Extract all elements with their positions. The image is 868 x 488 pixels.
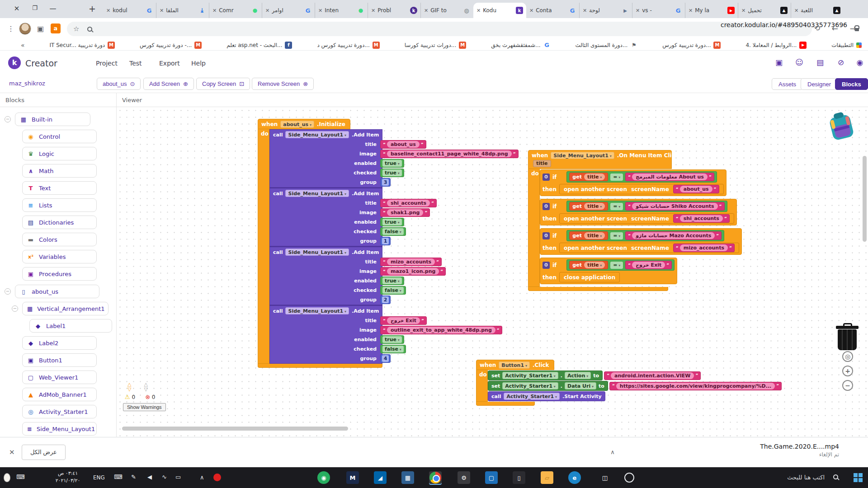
component-dropdown[interactable]: Side_Menu_Layout1 bbox=[285, 307, 349, 314]
tab-close-icon[interactable]: ✕ bbox=[265, 8, 269, 14]
bookmark-item[interactable]: 4. الروابط / المعاملا...▶ bbox=[745, 42, 807, 49]
edge-icon[interactable]: e bbox=[568, 471, 581, 484]
palette-item-control[interactable]: ◉Control bbox=[22, 130, 97, 143]
collapse-icon[interactable]: − bbox=[5, 288, 11, 295]
palette-item-math[interactable]: ∧Math bbox=[22, 164, 97, 178]
media-library-icon[interactable]: ▣ bbox=[774, 58, 784, 68]
window-restore-icon[interactable]: ❐ bbox=[30, 5, 40, 11]
bookmark-item[interactable]: دورة تدريبية كورس -...M bbox=[140, 42, 202, 49]
tab-close-icon[interactable]: ✕ bbox=[424, 8, 428, 14]
property-dropdown[interactable]: Data Uri bbox=[565, 382, 596, 389]
text-block[interactable]: “shi_accounts” bbox=[673, 214, 730, 223]
palette-item-lists[interactable]: ≡Lists bbox=[22, 198, 97, 212]
property-dropdown[interactable]: Action bbox=[565, 372, 591, 379]
tab[interactable]: ✕لوحة▶ bbox=[579, 3, 632, 18]
component-dropdown[interactable]: Side_Menu_Layout1 bbox=[285, 190, 349, 197]
tray-expand-chevron-icon[interactable]: ∧ bbox=[200, 474, 204, 481]
file-explorer-icon[interactable]: ▱ bbox=[541, 471, 553, 484]
tray-keyboard-icon[interactable]: ⌨ bbox=[16, 474, 25, 480]
show-warnings-button[interactable]: Show Warnings bbox=[123, 403, 166, 411]
volume-icon[interactable]: ◀ bbox=[147, 474, 152, 480]
taskbar-clock[interactable]: ٠٣:٤١ ص ٢٠٢١/٠٣/٢٠ bbox=[47, 470, 89, 484]
designer-button[interactable]: Designer bbox=[801, 78, 838, 90]
center-blocks-button[interactable]: ◎ bbox=[842, 351, 853, 362]
bookmark-item[interactable]: تعلم asp.net - البحث...f bbox=[226, 42, 292, 49]
windows-start-button[interactable] bbox=[854, 473, 863, 482]
tab[interactable]: ✕Comr● bbox=[209, 3, 262, 18]
taskbar-search-text[interactable]: اكتب هنا للبحث bbox=[787, 474, 825, 481]
add-item-call-block[interactable]: callSide_Menu_Layout1.Add Item title“miz… bbox=[269, 246, 382, 305]
palette-item-logic[interactable]: ♛Logic bbox=[22, 147, 97, 160]
settings-gear-icon[interactable]: ⚙ bbox=[458, 471, 470, 484]
add-screen-button[interactable]: Add Screen⊕ bbox=[143, 78, 194, 90]
download-item-chevron-icon[interactable]: ∧ bbox=[607, 446, 618, 458]
get-variable-block[interactable]: gettitle bbox=[569, 231, 608, 240]
if-then-block[interactable]: ⚙if gettitle=“معلومات المبرمج About us” … bbox=[540, 169, 726, 196]
touch-keyboard-icon[interactable]: ⌨ bbox=[114, 474, 123, 480]
text-block[interactable]: “about_us” bbox=[673, 185, 719, 193]
network-icon[interactable]: ∿ bbox=[162, 474, 167, 480]
palette-item-label2[interactable]: ◆Label2 bbox=[22, 336, 97, 350]
text-block[interactable]: “https://sites.google.com/view/kingprogc… bbox=[609, 382, 782, 390]
component-dropdown[interactable]: Side_Menu_Layout1 bbox=[551, 152, 614, 159]
logic-block[interactable]: false bbox=[380, 227, 406, 236]
zoom-out-button[interactable]: − bbox=[842, 380, 853, 391]
palette-item-procedures[interactable]: ▣Procedures bbox=[22, 267, 97, 281]
number-block[interactable]: 2 bbox=[380, 296, 391, 304]
vertical-scrollbar[interactable] bbox=[863, 156, 867, 242]
text-block[interactable]: “baseline_contact11_page_white_48dp.png” bbox=[380, 150, 519, 158]
palette-item-side-menu-layout1[interactable]: ≡Side_Menu_Layout1 bbox=[22, 422, 97, 436]
collapse-icon[interactable]: − bbox=[12, 305, 18, 312]
window-minimize-icon[interactable]: — bbox=[48, 5, 58, 13]
shopping-extension-icon[interactable]: a bbox=[51, 23, 61, 33]
text-block[interactable]: “mazo1_icon.png” bbox=[380, 267, 446, 276]
text-block[interactable]: “mizo_accounts” bbox=[673, 244, 735, 252]
tab-active-kodular[interactable]: ✕Koduk bbox=[473, 3, 526, 18]
pen-icon[interactable]: ✎ bbox=[131, 474, 136, 480]
download-item[interactable]: The.Game.2020.E....mp4 تم الإلغاء bbox=[703, 443, 839, 458]
compare-block[interactable]: gettitle=“حسابات مازو Mazo Accounts” bbox=[566, 230, 724, 241]
trash-icon[interactable] bbox=[838, 329, 857, 350]
palette-item-label1[interactable]: ◆Label1 bbox=[29, 319, 112, 333]
tab[interactable]: ✕Problk bbox=[368, 3, 420, 18]
tab-close-icon[interactable]: ✕ bbox=[794, 8, 798, 14]
phone-app-icon[interactable]: ▯ bbox=[513, 471, 525, 484]
profile-avatar[interactable] bbox=[19, 23, 31, 35]
text-block[interactable]: “خروج Exit” bbox=[380, 316, 427, 325]
collapse-errors-icon[interactable]: △▽ bbox=[144, 382, 147, 392]
if-then-block[interactable]: ⚙if gettitle=“خروج Exit” thenclose appli… bbox=[540, 258, 677, 284]
omnibox[interactable]: ☆ bbox=[67, 22, 812, 36]
component-dropdown[interactable]: about_us bbox=[280, 121, 314, 128]
add-item-call-block[interactable]: callSide_Menu_Layout1.Add Item title“abo… bbox=[269, 129, 382, 188]
bookmark-item[interactable]: شمفثقشفهرث بخق...G bbox=[491, 42, 550, 49]
bookmark-item[interactable]: دورة تدريبية كورس...M bbox=[662, 42, 721, 49]
palette-item-web-viewer1[interactable]: ▢Web_Viewer1 bbox=[22, 371, 97, 384]
logic-block[interactable]: true bbox=[380, 277, 404, 285]
docs-icon[interactable]: ▤ bbox=[815, 58, 826, 68]
back-icon[interactable]: ← bbox=[832, 24, 838, 33]
m-app-icon[interactable]: M bbox=[346, 471, 359, 484]
tab[interactable]: ✕vs - G bbox=[632, 3, 685, 18]
language-indicator[interactable]: ENG bbox=[93, 474, 105, 481]
horizontal-scrollbar[interactable] bbox=[122, 427, 348, 431]
show-all-downloads-button[interactable]: عرض الكل bbox=[22, 445, 66, 460]
battery-icon[interactable]: ▭ bbox=[175, 474, 181, 480]
palette-item-vertical-arrangement[interactable]: ▦Vertical_Arrangement1 bbox=[22, 302, 108, 315]
forward-icon[interactable]: → bbox=[850, 24, 856, 33]
mutator-gear-icon[interactable]: ⚙ bbox=[542, 232, 550, 239]
get-variable-block[interactable]: gettitle bbox=[569, 261, 608, 269]
when-menu-item-click-block[interactable]: whenSide_Menu_Layout1.On Menu Item Click… bbox=[528, 150, 742, 291]
community-icon[interactable]: ☺ bbox=[794, 58, 805, 68]
palette-item-colors[interactable]: ▬Colors bbox=[22, 233, 97, 246]
if-then-block[interactable]: ⚙if gettitle=“حسابات مازو Mazo Accounts”… bbox=[540, 228, 742, 255]
text-block[interactable]: “حسابات شيكو Shiko Accounts” bbox=[625, 202, 724, 211]
zoom-in-button[interactable]: + bbox=[842, 366, 853, 376]
screen-selector-button[interactable]: about_us⊙ bbox=[97, 78, 141, 90]
text-block[interactable]: “حسابات مازو Mazo Accounts” bbox=[625, 231, 722, 240]
component-dropdown[interactable]: Button1 bbox=[499, 361, 530, 369]
tab-close-icon[interactable]: ✕ bbox=[583, 8, 587, 14]
number-block[interactable]: 4 bbox=[380, 354, 391, 363]
tab[interactable]: ✕اوامرG bbox=[262, 3, 315, 18]
taskbar-search-icon[interactable] bbox=[833, 474, 838, 479]
tab[interactable]: ✕تحميل▲ bbox=[738, 3, 791, 18]
